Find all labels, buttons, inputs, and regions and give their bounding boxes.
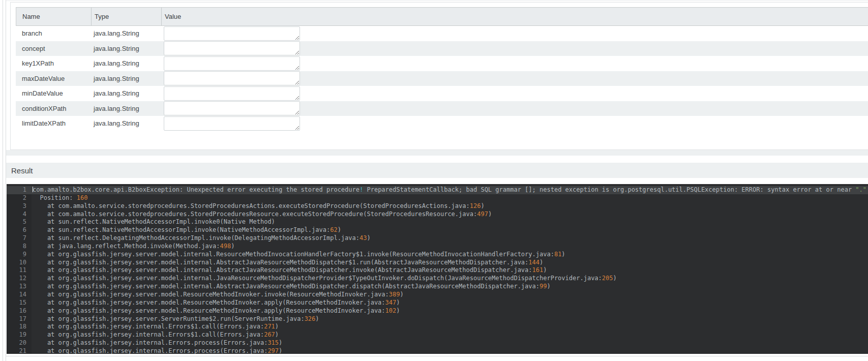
console-line-text: at org.glassfish.jersey.internal.Errors.… bbox=[32, 347, 868, 354]
console-line-text: at org.glassfish.jersey.server.model.int… bbox=[32, 283, 868, 291]
param-value-input[interactable] bbox=[164, 26, 300, 41]
column-header-value: Value bbox=[161, 8, 868, 25]
param-type: java.lang.String bbox=[91, 101, 161, 116]
param-name: limitDateXPath bbox=[16, 116, 91, 131]
line-number: 11 bbox=[7, 266, 32, 275]
result-title: Result bbox=[11, 166, 33, 175]
table-row: minDateValue java.lang.String bbox=[16, 86, 868, 101]
param-type: java.lang.String bbox=[91, 41, 161, 56]
console-line-text: at com.amalto.service.storedprocedures.S… bbox=[32, 202, 868, 210]
console-line-text: com.amalto.b2box.core.api.B2boxException… bbox=[32, 186, 868, 194]
content-top-border bbox=[6, 1, 868, 1]
console-line: 17 at org.glassfish.jersey.server.Server… bbox=[7, 315, 868, 323]
param-name: conditionXPath bbox=[16, 101, 91, 116]
table-row: concept java.lang.String bbox=[16, 41, 868, 56]
console-line: 13 at org.glassfish.jersey.server.model.… bbox=[7, 283, 868, 291]
param-type: java.lang.String bbox=[91, 56, 161, 71]
param-value-cell bbox=[161, 86, 868, 101]
param-value-input[interactable] bbox=[164, 71, 300, 85]
param-type: java.lang.String bbox=[91, 86, 161, 101]
line-number: 12 bbox=[7, 275, 32, 283]
column-header-type: Type bbox=[91, 8, 161, 25]
table-row: conditionXPath java.lang.String bbox=[16, 101, 868, 116]
parameters-table-body: branch java.lang.String concept java.lan… bbox=[16, 26, 868, 131]
console-line: 7 at sun.reflect.DelegatingMethodAccesso… bbox=[7, 234, 868, 243]
console-line: 20 at org.glassfish.jersey.internal.Erro… bbox=[7, 339, 868, 347]
param-name: branch bbox=[16, 26, 91, 41]
line-number: 18 bbox=[7, 323, 32, 331]
console-line: 16 at org.glassfish.jersey.server.model.… bbox=[7, 307, 868, 315]
result-console-editor[interactable]: 1com.amalto.b2box.core.api.B2boxExceptio… bbox=[7, 184, 868, 354]
console-line: 5 at sun.reflect.NativeMethodAccessorImp… bbox=[7, 218, 868, 226]
result-section-header: Result bbox=[6, 163, 868, 178]
line-number: 10 bbox=[7, 259, 32, 267]
line-number: 6 bbox=[7, 226, 32, 234]
line-number: 13 bbox=[7, 283, 32, 291]
section-divider bbox=[6, 150, 868, 156]
param-name: key1XPath bbox=[16, 56, 91, 71]
console-line: 21 at org.glassfish.jersey.internal.Erro… bbox=[7, 347, 868, 354]
line-number: 19 bbox=[7, 331, 32, 339]
console-line: 14 at org.glassfish.jersey.server.model.… bbox=[7, 291, 868, 299]
table-row: branch java.lang.String bbox=[16, 26, 868, 41]
table-row: key1XPath java.lang.String bbox=[16, 56, 868, 71]
line-number: 21 bbox=[7, 347, 32, 354]
param-value-input[interactable] bbox=[164, 116, 300, 131]
param-value-cell bbox=[161, 41, 868, 56]
console-line-text: at org.glassfish.jersey.server.model.Res… bbox=[32, 307, 868, 315]
console-line: 15 at org.glassfish.jersey.server.model.… bbox=[7, 299, 868, 307]
content-bottom-border bbox=[6, 356, 868, 356]
line-number: 4 bbox=[7, 210, 32, 219]
console-line-text: at org.glassfish.jersey.server.model.Res… bbox=[32, 299, 868, 307]
console-line: 10 at org.glassfish.jersey.server.model.… bbox=[7, 259, 868, 267]
line-number: 15 bbox=[7, 299, 32, 307]
column-header-name: Name bbox=[16, 8, 91, 25]
param-name: concept bbox=[16, 41, 91, 56]
param-value-cell bbox=[161, 71, 868, 86]
console-line-text: at sun.reflect.DelegatingMethodAccessorI… bbox=[32, 234, 868, 243]
console-line: 8 at java.lang.reflect.Method.invoke(Met… bbox=[7, 243, 868, 251]
console-line: 19 at org.glassfish.jersey.internal.Erro… bbox=[7, 331, 868, 339]
param-type: java.lang.String bbox=[91, 26, 161, 41]
console-line: 3 at com.amalto.service.storedprocedures… bbox=[7, 202, 868, 210]
param-name: minDateValue bbox=[16, 86, 91, 101]
content-left-border bbox=[6, 0, 6, 361]
console-line-text: at sun.reflect.NativeMethodAccessorImpl.… bbox=[32, 226, 868, 234]
param-value-input[interactable] bbox=[164, 41, 300, 55]
line-number: 16 bbox=[7, 307, 32, 315]
console-line: 18 at org.glassfish.jersey.internal.Erro… bbox=[7, 323, 868, 331]
param-value-cell bbox=[161, 101, 868, 116]
console-line: 9 at org.glassfish.jersey.server.model.i… bbox=[7, 251, 868, 259]
parameters-card: Name Type Value branch java.lang.String … bbox=[10, 2, 868, 150]
panel-splitter-line bbox=[3, 0, 3, 361]
console-line-text: at java.lang.reflect.Method.invoke(Metho… bbox=[32, 243, 868, 251]
console-line-text: at org.glassfish.jersey.internal.Errors$… bbox=[32, 323, 868, 331]
console-line: 4 at com.amalto.service.storedprocedures… bbox=[7, 210, 868, 219]
param-value-input[interactable] bbox=[164, 56, 300, 71]
line-number: 17 bbox=[7, 315, 32, 323]
parameters-table: Name Type Value branch java.lang.String … bbox=[16, 7, 868, 131]
console-line-text: at org.glassfish.jersey.server.model.int… bbox=[32, 275, 868, 283]
param-value-input[interactable] bbox=[164, 101, 300, 115]
line-number: 1 bbox=[7, 186, 32, 194]
line-number: 3 bbox=[7, 202, 32, 210]
console-line: 6 at sun.reflect.NativeMethodAccessorImp… bbox=[7, 226, 868, 234]
line-number: 9 bbox=[7, 251, 32, 259]
line-number: 7 bbox=[7, 234, 32, 243]
console-line-text: at org.glassfish.jersey.server.model.int… bbox=[32, 251, 868, 259]
param-value-cell bbox=[161, 56, 868, 71]
line-number: 5 bbox=[7, 218, 32, 226]
param-type: java.lang.String bbox=[91, 71, 161, 86]
parameters-table-header: Name Type Value bbox=[16, 7, 868, 26]
console-line-text: at com.amalto.service.storedprocedures.S… bbox=[32, 210, 868, 219]
line-number: 2 bbox=[7, 194, 32, 202]
param-value-input[interactable] bbox=[164, 86, 300, 101]
console-lines: 1com.amalto.b2box.core.api.B2boxExceptio… bbox=[7, 186, 868, 354]
console-line: 2 Position: 160 bbox=[7, 194, 868, 202]
console-line: 1com.amalto.b2box.core.api.B2boxExceptio… bbox=[7, 186, 868, 194]
console-line-text: Position: 160 bbox=[32, 194, 868, 202]
console-line-text: at org.glassfish.jersey.internal.Errors.… bbox=[32, 339, 868, 347]
console-line-text: at org.glassfish.jersey.internal.Errors$… bbox=[32, 331, 868, 339]
param-type: java.lang.String bbox=[91, 116, 161, 131]
console-line-text: at org.glassfish.jersey.server.model.int… bbox=[32, 259, 868, 267]
